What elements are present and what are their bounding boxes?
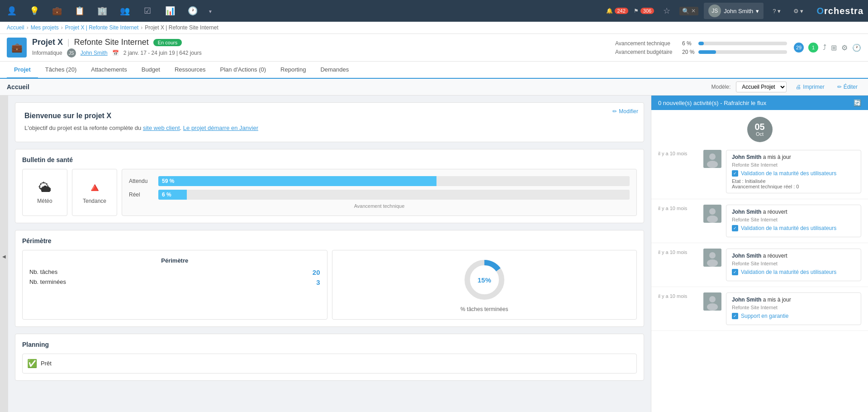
- settings-button[interactable]: ⚙ ▾: [790, 6, 807, 16]
- print-button[interactable]: 🖨 Imprimer: [792, 82, 828, 91]
- welcome-edit-button[interactable]: ✏ Modifier: [612, 108, 638, 115]
- scope-card: Périmètre Périmètre Nb. tâches 20 Nb. te…: [15, 230, 644, 327]
- page-title: Accueil: [7, 83, 29, 91]
- nb-terminees-val: 3: [316, 278, 320, 286]
- date-month: Oct: [756, 131, 764, 137]
- scope-stats-title: Périmètre: [29, 257, 320, 264]
- welcome-desc-part1: L'objectif du projet est la refonte comp…: [24, 125, 143, 131]
- project-name: Projet X: [32, 38, 63, 47]
- config-button[interactable]: ⚙: [841, 43, 848, 52]
- flag-badge[interactable]: ⚑ 306: [634, 8, 654, 14]
- activity-timestamp-2: il y a 10 mois: [658, 205, 699, 237]
- welcome-card: ✏ Modifier Bienvenue sur le projet X L'o…: [15, 102, 644, 142]
- dropdown-chevron-icon[interactable]: ▼: [208, 9, 213, 14]
- search-icon: 🔍: [682, 8, 689, 14]
- model-select[interactable]: Accueil Projet: [736, 81, 787, 92]
- print-icon: 🖨: [796, 84, 801, 90]
- side-toggle-button[interactable]: ◀: [0, 96, 8, 412]
- tab-reporting[interactable]: Reporting: [273, 62, 313, 79]
- activity-subtitle-1: Refonte Site Internet: [732, 162, 855, 168]
- activity-task-1: ✓ Validation de la maturité des utilisat…: [732, 170, 855, 177]
- tab-budget[interactable]: Budget: [134, 62, 167, 79]
- scope-chart: 15% % tâches terminées: [332, 250, 637, 320]
- breadcrumb: Accueil › Mes projets › Projet X | Refon…: [0, 22, 868, 34]
- breadcrumb-project-full[interactable]: Projet X | Refonte Site Internet: [65, 24, 139, 31]
- idea-icon[interactable]: 💡: [27, 4, 42, 18]
- reel-row: Réel 6 %: [129, 190, 630, 200]
- budget-progress-row: Avancement budgétaire 20 %: [615, 49, 787, 55]
- activity-avatar-1: [703, 150, 721, 168]
- header-actions: 29 1 ⤴ ⊞ ⚙ 🕐: [794, 43, 861, 53]
- clipboard-icon[interactable]: 📋: [72, 4, 87, 18]
- check-icon-1: ✓: [732, 170, 738, 177]
- project-subtitle: Refonte Site Internet: [74, 38, 149, 47]
- tab-ressources[interactable]: Ressources: [167, 62, 213, 79]
- activity-title-2: John Smith a réouvert: [732, 209, 855, 215]
- check-icon[interactable]: ☑: [140, 4, 155, 18]
- attendu-label: Attendu: [129, 178, 154, 184]
- hierarchy-icon[interactable]: 🏢: [95, 4, 109, 18]
- tab-projet[interactable]: Projet: [7, 62, 38, 79]
- welcome-link-1[interactable]: site web client: [143, 125, 180, 131]
- star-icon[interactable]: ☆: [659, 4, 674, 18]
- activity-item-2: il y a 10 mois John Smith a réouvert Ref…: [651, 199, 868, 243]
- activity-avatar-2: [703, 205, 721, 223]
- project-comment-count[interactable]: 1: [808, 43, 818, 53]
- tendance-label: Tendance: [83, 198, 106, 204]
- edit-icon: ✏: [837, 84, 842, 90]
- notifications-badge[interactable]: 🔔 242: [606, 8, 628, 14]
- welcome-edit-label: Modifier: [619, 108, 638, 115]
- activity-avatar-4: [703, 292, 721, 311]
- activity-subtitle-2: Refonte Site Internet: [732, 217, 855, 222]
- print-label: Imprimer: [803, 84, 824, 90]
- user-menu[interactable]: JS John Smith ▾: [704, 3, 764, 19]
- share-button[interactable]: ⤴: [823, 43, 826, 52]
- pencil-icon: ✏: [612, 108, 617, 115]
- owner-avatar-small: JS: [67, 48, 76, 57]
- activity-task-3: ✓ Validation de la maturité des utilisat…: [732, 269, 855, 275]
- chart-icon[interactable]: 📊: [163, 4, 177, 18]
- planning-check-icon: ✅: [27, 359, 37, 369]
- nav-right: 🔔 242 ⚑ 306 ☆ 🔍 ✕ JS John Smith ▾ ? ▾ ⚙ …: [606, 3, 864, 19]
- people-icon[interactable]: 👥: [118, 4, 132, 18]
- tendance-indicator[interactable]: 🔺 Tendance: [72, 169, 117, 216]
- welcome-link-2[interactable]: Le projet démarre en Janvier: [183, 125, 258, 131]
- refresh-button[interactable]: 🔄: [854, 99, 861, 106]
- briefcase-icon[interactable]: 💼: [50, 4, 64, 18]
- search-area[interactable]: 🔍 ✕: [679, 7, 698, 15]
- nb-taches-label: Nb. tâches: [29, 268, 57, 276]
- help-button[interactable]: ? ▾: [769, 6, 784, 16]
- activity-header: 0 nouvelle(s) activité(s) - Rafraîchir l…: [651, 96, 868, 110]
- project-date-range: 2 janv. 17 - 24 juin 19 | 642 jours: [123, 50, 202, 56]
- breadcrumb-accueil[interactable]: Accueil: [7, 24, 24, 31]
- user-icon[interactable]: 👤: [5, 4, 19, 18]
- technical-progress-val: 6 %: [682, 40, 695, 47]
- owner-link[interactable]: John Smith: [81, 50, 108, 56]
- breadcrumb-mes-projets[interactable]: Mes projets: [31, 24, 59, 31]
- health-section-title: Bulletin de santé: [22, 156, 637, 163]
- activity-detail-1b: Avancement technique réel : 0: [732, 184, 855, 189]
- activity-content-2: John Smith a réouvert Refonte Site Inter…: [726, 205, 861, 237]
- welcome-desc-part2: .: [180, 125, 183, 131]
- planning-card: Planning ✅ Prêt: [15, 334, 644, 381]
- activity-item-4: il y a 10 mois John Smith a mis à jour R…: [651, 287, 868, 331]
- expand-button[interactable]: ⊞: [831, 43, 837, 52]
- tab-taches[interactable]: Tâches (20): [38, 62, 84, 79]
- attendu-val: 59 %: [162, 178, 174, 184]
- time-button[interactable]: 🕐: [852, 43, 861, 52]
- activity-subtitle-3: Refonte Site Internet: [732, 261, 855, 266]
- tabs-bar: Projet Tâches (20) Attachements Budget R…: [0, 62, 868, 79]
- attendu-bar: 59 %: [158, 176, 630, 186]
- tab-attachements[interactable]: Attachements: [84, 62, 134, 79]
- edit-button[interactable]: ✏ Éditer: [834, 82, 861, 91]
- breadcrumb-sep-2: ›: [61, 24, 63, 31]
- planning-item-label: Prêt: [41, 360, 52, 367]
- clock-icon[interactable]: 🕐: [185, 4, 200, 18]
- tab-demandes[interactable]: Demandes: [313, 62, 356, 79]
- flag-count: 306: [640, 8, 654, 14]
- project-notif-count[interactable]: 29: [794, 43, 804, 53]
- breadcrumb-sep-3: ›: [141, 24, 142, 31]
- meteo-indicator[interactable]: 🌥 Météo: [22, 169, 67, 216]
- tab-plan-actions[interactable]: Plan d'Actions (0): [213, 62, 273, 79]
- close-icon[interactable]: ✕: [691, 8, 696, 14]
